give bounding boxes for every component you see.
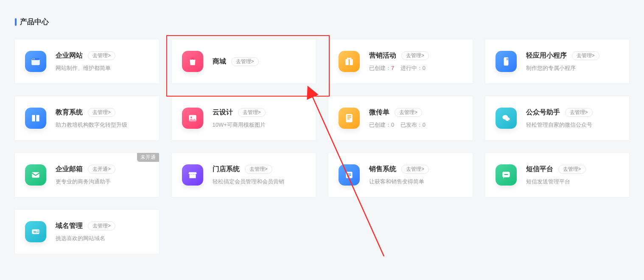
card-body: 企业网站 去管理> 网站制作、维护都简单 [56,51,149,72]
card-desc: 轻松搞定会员管理和会员营销 [213,178,306,186]
svg-rect-29 [37,232,39,233]
card-flyer[interactable]: 微传单 去管理> 已创建：0 已发布：0 [328,96,473,140]
card-sales-system[interactable]: 销售系统 去管理> 让获客和销售变得简单 [328,153,473,197]
card-domain-management[interactable]: W. 域名管理 去管理> 挑选喜欢的网站域名 [15,210,159,254]
manage-button[interactable]: 去管理> [401,165,429,174]
card-body: 轻应用小程序 去管理> 制作您的专属小程序 [526,51,619,72]
card-body: 营销活动 去管理> 已创建：7 进行中：0 [369,51,462,72]
card-desc: 已创建：7 进行中：0 [369,64,462,72]
svg-rect-13 [347,116,351,116]
card-body: 商城 去管理> [213,57,306,66]
card-title: 门店系统 [213,165,240,174]
card-body: 短信平台 去管理> 短信发送管理平台 [526,165,619,186]
manage-button[interactable]: 去管理> [231,57,259,66]
card-title: 企业网站 [56,51,83,60]
card-desc: 轻松管理自家的微信公众号 [526,121,619,129]
card-title: 销售系统 [369,165,396,174]
card-title: 云设计 [213,108,233,117]
product-grid: 企业网站 去管理> 网站制作、维护都简单 商城 去管理> [15,39,629,254]
open-button[interactable]: 去开通> [88,165,115,174]
gift-icon [339,51,360,72]
card-body: 公众号助手 去管理> 轻松管理自家的微信公众号 [526,108,619,129]
store-icon [182,164,203,186]
card-desc: 挑选喜欢的网站域名 [56,235,149,242]
svg-point-3 [34,58,35,59]
image-icon [182,108,203,129]
card-body: 企业邮箱 去开通> 更专业的商务沟通助手 [56,165,149,186]
card-body: 微传单 去管理> 已创建：0 已发布：0 [369,108,462,129]
svg-rect-21 [347,174,351,175]
bag-icon [182,51,203,72]
created-count: 0 [391,122,394,128]
product-center-page: 产品中心 企业网站 去管理> 网站制作、维护都简单 商城 [0,0,644,262]
card-mall[interactable]: 商城 去管理> [172,39,316,83]
card-wechat-helper[interactable]: 公众号助手 去管理> 轻松管理自家的微信公众号 [485,96,630,140]
card-title: 公众号助手 [526,108,560,117]
card-desc: 助力教培机构数字化转型升级 [56,121,149,129]
manage-button[interactable]: 去管理> [565,108,593,117]
flyer-icon [339,108,360,129]
mail-icon [25,164,46,186]
manage-button[interactable]: 去管理> [88,222,115,230]
svg-rect-23 [347,176,350,177]
created-label: 已创建： [369,122,391,128]
manage-button[interactable]: 去管理> [88,108,115,117]
svg-point-11 [190,116,192,118]
created-count: 7 [391,65,394,71]
sms-icon [496,164,517,186]
card-education[interactable]: 教育系统 去管理> 助力教培机构数字化转型升级 [15,96,159,140]
manage-button[interactable]: 去管理> [238,108,266,117]
card-desc: 短信发送管理平台 [526,178,619,186]
card-body: 门店系统 去管理> 轻松搞定会员管理和会员营销 [213,165,306,186]
section-title-text: 产品中心 [20,17,49,27]
manage-button[interactable]: 去管理> [558,165,586,174]
card-title: 域名管理 [56,222,83,230]
card-desc: 制作您的专属小程序 [526,64,619,72]
card-cloud-design[interactable]: 云设计 去管理> 10W+可商用模板图片 [172,96,316,140]
card-body: 教育系统 去管理> 助力教培机构数字化转型升级 [56,108,149,129]
card-store-system[interactable]: 门店系统 去管理> 轻松搞定会员管理和会员营销 [172,153,316,197]
running-count: 0 [423,65,426,71]
card-enterprise-website[interactable]: 企业网站 去管理> 网站制作、维护都简单 [15,39,159,83]
card-title: 轻应用小程序 [526,51,567,60]
card-title: 商城 [213,57,226,66]
card-desc: 已创建：0 已发布：0 [369,121,462,129]
domain-icon: W. [25,221,46,242]
card-desc: 更专业的商务沟通助手 [56,178,149,186]
svg-rect-9 [35,115,36,121]
website-icon [25,51,46,72]
published-label: 已发布： [400,122,423,128]
card-title: 微传单 [369,108,389,117]
svg-rect-15 [347,119,350,119]
card-body: 销售系统 去管理> 让获客和销售变得简单 [369,165,462,186]
card-body: 云设计 去管理> 10W+可商用模板图片 [213,108,306,129]
published-count: 0 [423,122,426,128]
section-title-bar [15,18,17,26]
svg-rect-14 [347,117,351,118]
unopened-badge: 未开通 [137,153,159,162]
card-desc: 让获客和销售变得简单 [369,178,462,186]
svg-rect-25 [504,174,508,175]
svg-text:W.: W. [34,230,37,234]
manage-button[interactable]: 去管理> [395,108,422,117]
created-label: 已创建： [369,65,391,71]
manage-button[interactable]: 去管理> [572,51,599,60]
card-miniprogram[interactable]: 轻应用小程序 去管理> 制作您的专属小程序 [485,39,630,83]
sales-icon [339,164,360,186]
card-title: 教育系统 [56,108,83,117]
card-sms-platform[interactable]: 短信平台 去管理> 短信发送管理平台 [485,153,630,197]
phone-icon [496,51,517,72]
svg-point-2 [32,58,33,59]
card-title: 企业邮箱 [56,165,83,174]
card-body: 域名管理 去管理> 挑选喜欢的网站域名 [56,222,149,242]
book-icon [25,108,46,129]
svg-rect-28 [37,231,39,231]
wechat-icon [496,108,517,129]
card-enterprise-mail[interactable]: 未开通 企业邮箱 去开通> 更专业的商务沟通助手 [15,153,159,197]
card-desc: 10W+可商用模板图片 [213,121,306,129]
manage-button[interactable]: 去管理> [88,51,115,60]
card-marketing[interactable]: 营销活动 去管理> 已创建：7 进行中：0 [328,39,473,83]
manage-button[interactable]: 去管理> [401,51,429,60]
manage-button[interactable]: 去管理> [245,165,272,174]
card-desc: 网站制作、维护都简单 [56,64,149,72]
